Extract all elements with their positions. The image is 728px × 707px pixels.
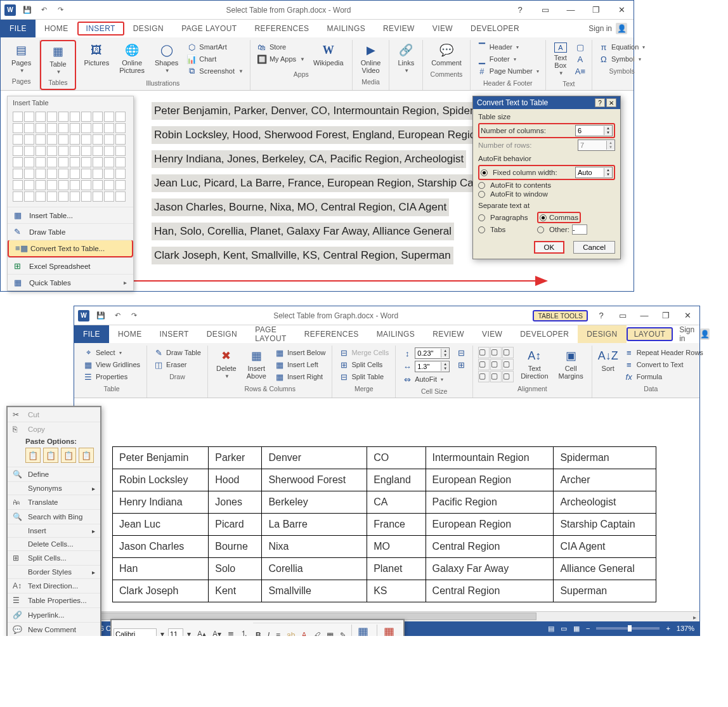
alignment-grid[interactable]: ▢▢▢ ▢▢▢ ▢▢▢	[478, 347, 514, 382]
num-columns-input[interactable]	[576, 126, 604, 136]
bold-button[interactable]: B	[253, 631, 264, 636]
chevron-down-icon[interactable]: ▾	[158, 630, 167, 637]
online-pictures-button[interactable]: 🌐Online Pictures	[116, 41, 148, 75]
pagenumber-button[interactable]: #Page Number▾	[476, 65, 540, 77]
online-video-button[interactable]: ▶Online Video	[358, 41, 384, 75]
draw-table-button[interactable]: ✎Draw Table	[152, 347, 202, 358]
store-button[interactable]: 🛍Store	[256, 41, 306, 53]
col-width[interactable]: ↔▲▼	[401, 360, 451, 373]
font-family-select[interactable]	[114, 628, 157, 637]
mini-insert-button[interactable]: ▦Insert	[351, 625, 374, 636]
pages-button[interactable]: ▤ Pages ▼	[8, 41, 34, 75]
select-button[interactable]: ⌖Select▾	[82, 347, 141, 358]
insert-above-button[interactable]: ▦Insert Above	[244, 347, 270, 381]
ctx-search-bing[interactable]: 🔍Search with Bing	[8, 509, 100, 524]
restore-button[interactable]: ❐	[658, 311, 674, 320]
fixed-width-input[interactable]	[576, 167, 604, 178]
table-cell[interactable]: Denver	[262, 447, 367, 469]
split-cells-button[interactable]: ⊞Split Cells	[337, 359, 390, 370]
table-cell[interactable]: KS	[367, 580, 426, 602]
menu-convert-text-to-table[interactable]: ≡▦Convert Text to Table...	[8, 240, 133, 257]
ctx-cut[interactable]: ✂Cut	[8, 407, 100, 422]
ctx-text-direction[interactable]: A↕Text Direction...	[8, 578, 100, 593]
convert-to-text-button[interactable]: ≡Convert to Text	[623, 359, 705, 370]
tab-insert[interactable]: INSERT	[151, 325, 198, 343]
pictures-button[interactable]: 🖼Pictures	[81, 41, 113, 68]
symbol-button[interactable]: ΩSymbol▾	[597, 53, 646, 65]
font-color-button[interactable]: A	[299, 631, 309, 636]
tab-references[interactable]: REFERENCES	[296, 325, 368, 343]
close-button[interactable]: ✕	[679, 311, 696, 320]
table-row[interactable]: Jason CharlesBourneNixaMOCentral RegionC…	[113, 536, 656, 558]
radio-autofit-window[interactable]	[478, 191, 485, 198]
radio-other[interactable]	[537, 226, 544, 233]
properties-button[interactable]: ☰Properties	[82, 371, 141, 382]
equation-button[interactable]: πEquation▾	[597, 41, 646, 53]
table-cell[interactable]: Clark Joseph	[113, 580, 209, 602]
qat-save-icon[interactable]: 💾	[22, 5, 32, 15]
table-cell[interactable]: Solo	[209, 558, 262, 580]
table-cell[interactable]: Smallville	[262, 580, 367, 602]
selected-text-line[interactable]: Peter Benjamin, Parker, Denver, CO, Inte…	[152, 102, 497, 120]
zoom-slider[interactable]	[596, 627, 660, 630]
width-input[interactable]	[415, 361, 441, 372]
table-row[interactable]: Peter BenjaminParkerDenverCOIntermountai…	[113, 447, 656, 469]
table-row[interactable]: Robin LocksleyHoodSherwood ForestEngland…	[113, 469, 656, 491]
numbering-icon[interactable]: ⒈	[238, 628, 250, 636]
paste-text-only-icon[interactable]: 📋	[79, 448, 94, 463]
dialog-close-button[interactable]: ✕	[606, 98, 616, 107]
table-cell[interactable]: Jones	[209, 491, 262, 514]
table-cell[interactable]: Pacific Region	[426, 491, 554, 514]
table-cell[interactable]: Jason Charles	[113, 536, 209, 558]
wikipedia-button[interactable]: WWikipedia	[310, 41, 347, 68]
qat-save-icon[interactable]: 💾	[96, 311, 106, 321]
num-columns-spinner[interactable]: ▲▼	[575, 125, 613, 136]
ctx-delete-cells[interactable]: Delete Cells...	[8, 537, 100, 550]
table-cell[interactable]: Superman	[554, 580, 656, 602]
ctx-copy[interactable]: ⎘Copy	[8, 422, 100, 436]
paste-keep-formatting-icon[interactable]: 📋	[25, 448, 41, 463]
ctx-split-cells[interactable]: ⊞Split Cells...	[8, 550, 100, 565]
table-cell[interactable]: France	[367, 514, 426, 536]
insert-right-button[interactable]: ▦Insert Right	[273, 371, 327, 382]
split-table-button[interactable]: ⊟Split Table	[337, 371, 390, 382]
chart-button[interactable]: 📊Chart	[185, 53, 245, 65]
ctx-border-styles[interactable]: Border Styles▸	[8, 565, 100, 578]
table-cell[interactable]: Starship Captain	[554, 514, 656, 536]
table-cell[interactable]: Nixa	[262, 536, 367, 558]
tab-home[interactable]: HOME	[36, 20, 77, 37]
ctx-insert[interactable]: Insert▸	[8, 524, 100, 537]
tab-table-design[interactable]: DESIGN	[578, 325, 626, 343]
distribute-rows-button[interactable]: ⊟	[455, 347, 467, 358]
row-height[interactable]: ↕▲▼	[401, 347, 451, 360]
menu-excel-spreadsheet[interactable]: ⊞Excel Spreadsheet	[8, 257, 133, 274]
table-cell[interactable]: Picard	[209, 514, 262, 536]
clear-format-icon[interactable]: ✎	[337, 631, 349, 636]
radio-tabs[interactable]	[478, 226, 485, 233]
text-extra-1[interactable]: ▢	[574, 41, 587, 53]
radio-commas[interactable]	[540, 214, 547, 221]
tab-design[interactable]: DESIGN	[198, 325, 246, 343]
tab-view[interactable]: VIEW	[424, 20, 462, 37]
table-cell[interactable]: Bourne	[209, 536, 262, 558]
table-cell[interactable]: CA	[367, 491, 426, 514]
table-cell[interactable]: Intermountain Region	[426, 447, 554, 469]
table-cell[interactable]: Central Region	[426, 536, 554, 558]
view-read-mode-icon[interactable]: ▭	[561, 625, 567, 633]
radio-fixed-width[interactable]	[481, 169, 488, 176]
table-cell[interactable]: Corellia	[262, 558, 367, 580]
table-cell[interactable]: European Region	[426, 514, 554, 536]
delete-button[interactable]: ✖Delete▼	[213, 347, 240, 380]
ctx-synonyms[interactable]: Synonyms▸	[8, 481, 100, 495]
table-cell[interactable]: MO	[367, 536, 426, 558]
table-cell[interactable]: Sherwood Forest	[262, 469, 367, 491]
text-direction-button[interactable]: A↕Text Direction	[517, 347, 551, 381]
mini-delete-button[interactable]: ▦Delete	[377, 625, 401, 636]
formula-button[interactable]: fxFormula	[623, 371, 705, 382]
paste-merge-icon[interactable]: 📋	[43, 448, 58, 463]
close-button[interactable]: ✕	[613, 5, 630, 15]
table-cell[interactable]: Robin Locksley	[113, 469, 209, 491]
text-extra-2[interactable]: A	[574, 53, 587, 65]
table-cell[interactable]: Galaxy Far Away	[426, 558, 554, 580]
restore-button[interactable]: ❐	[588, 5, 604, 15]
